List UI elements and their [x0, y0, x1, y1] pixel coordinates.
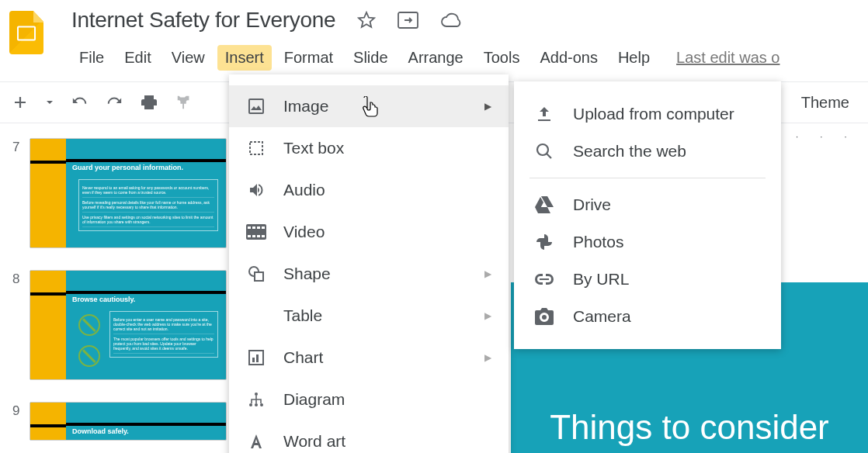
move-icon[interactable] — [398, 12, 418, 29]
video-icon — [246, 224, 266, 240]
insert-menu-panel: Image ▶ Text box Audio Video Shape ▶ Tab… — [229, 74, 509, 453]
svg-point-19 — [255, 403, 258, 406]
new-slide-button[interactable] — [12, 95, 28, 110]
svg-rect-16 — [256, 354, 259, 362]
menu-arrange[interactable]: Arrange — [401, 45, 471, 71]
svg-point-18 — [249, 403, 252, 406]
menu-tools[interactable]: Tools — [476, 45, 528, 71]
menubar: File Edit View Insert Format Slide Arran… — [71, 45, 779, 71]
image-submenu-panel: Upload from computer Search the web Driv… — [514, 81, 781, 349]
print-button[interactable] — [140, 93, 158, 112]
submenu-camera[interactable]: Camera — [514, 298, 781, 335]
image-icon — [246, 97, 266, 116]
menu-addons[interactable]: Add-ons — [532, 45, 606, 71]
theme-button[interactable]: Theme — [790, 89, 860, 116]
redo-button[interactable] — [106, 94, 123, 111]
svg-point-20 — [260, 403, 263, 406]
submenu-drive[interactable]: Drive — [514, 186, 781, 223]
upload-icon — [534, 105, 554, 123]
svg-point-21 — [537, 144, 548, 155]
svg-rect-9 — [252, 235, 255, 237]
last-edit-link[interactable]: Last edit was o — [676, 49, 779, 67]
menu-help[interactable]: Help — [610, 45, 658, 71]
menu-insert[interactable]: Insert — [217, 45, 272, 71]
svg-rect-8 — [248, 235, 251, 237]
slide-number: 9 — [12, 402, 30, 441]
pointer-cursor-icon — [361, 96, 380, 122]
canvas-heading: Things to consider — [550, 408, 829, 447]
submenu-search-web[interactable]: Search the web — [514, 133, 781, 170]
menu-item-chart[interactable]: Chart ▶ — [229, 337, 509, 379]
menu-slide[interactable]: Slide — [345, 45, 395, 71]
menu-item-audio[interactable]: Audio — [229, 169, 509, 211]
audio-icon — [246, 181, 266, 199]
slide-number: 7 — [12, 138, 30, 248]
link-icon — [534, 274, 554, 285]
star-icon[interactable] — [357, 11, 376, 29]
photos-icon — [534, 233, 554, 251]
menu-item-shape[interactable]: Shape ▶ — [229, 253, 509, 295]
menu-item-textbox[interactable]: Text box — [229, 127, 509, 169]
svg-rect-2 — [250, 142, 262, 154]
menu-edit[interactable]: Edit — [116, 45, 158, 71]
menu-file[interactable]: File — [71, 45, 112, 71]
menu-divider — [529, 178, 766, 178]
menu-item-video[interactable]: Video — [229, 211, 509, 253]
submenu-arrow-icon: ▶ — [484, 268, 491, 279]
chart-icon — [246, 348, 266, 367]
svg-rect-10 — [257, 235, 260, 237]
camera-icon — [534, 308, 554, 325]
submenu-by-url[interactable]: By URL — [514, 261, 781, 298]
wordart-icon — [246, 432, 266, 451]
diagram-icon — [246, 390, 266, 409]
slide-thumbnail-panel: 7 Guard your personal information. Never… — [0, 130, 237, 453]
slide-thumb-9[interactable]: Download safely. — [30, 402, 227, 441]
slide-number: 8 — [12, 270, 30, 380]
ruler-mark: 6 · · · · — [769, 130, 868, 154]
svg-rect-5 — [252, 226, 255, 229]
svg-rect-6 — [257, 226, 260, 229]
svg-rect-13 — [255, 272, 263, 281]
cloud-icon[interactable] — [440, 12, 462, 28]
menu-item-wordart[interactable]: Word art — [229, 420, 509, 453]
menu-view[interactable]: View — [164, 45, 213, 71]
svg-point-17 — [255, 392, 258, 396]
submenu-arrow-icon: ▶ — [484, 310, 491, 321]
svg-rect-11 — [262, 235, 265, 237]
menu-format[interactable]: Format — [276, 45, 341, 71]
menu-item-diagram[interactable]: Diagram — [229, 379, 509, 420]
svg-rect-4 — [248, 226, 251, 229]
submenu-photos[interactable]: Photos — [514, 223, 781, 261]
svg-rect-15 — [252, 358, 255, 362]
submenu-arrow-icon: ▶ — [484, 101, 491, 112]
menu-item-table[interactable]: Table ▶ — [229, 295, 509, 337]
submenu-arrow-icon: ▶ — [484, 352, 491, 363]
search-icon — [534, 142, 554, 161]
paint-format-button[interactable] — [175, 94, 193, 111]
slide-thumb-7[interactable]: Guard your personal information. Never r… — [30, 138, 227, 248]
drive-icon — [534, 196, 554, 213]
svg-rect-7 — [262, 226, 265, 229]
doc-title[interactable]: Internet Safety for Everyone — [71, 8, 335, 33]
svg-rect-1 — [249, 99, 263, 113]
textbox-icon — [246, 139, 266, 157]
shape-icon — [246, 265, 266, 283]
submenu-upload[interactable]: Upload from computer — [514, 95, 781, 133]
new-slide-dropdown[interactable] — [45, 98, 54, 107]
slide-thumb-8[interactable]: Browse cautiously. Before you enter a us… — [30, 270, 227, 380]
undo-button[interactable] — [71, 94, 89, 111]
app-logo[interactable] — [9, 11, 43, 54]
